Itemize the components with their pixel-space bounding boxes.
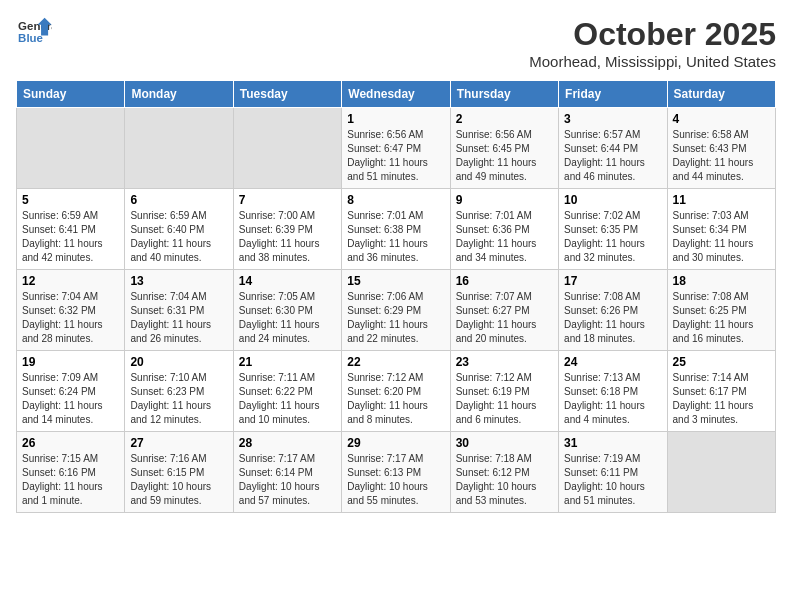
day-info: Sunrise: 7:01 AMSunset: 6:38 PMDaylight:…	[347, 209, 444, 265]
day-number: 3	[564, 112, 661, 126]
day-number: 15	[347, 274, 444, 288]
day-info: Sunrise: 7:09 AMSunset: 6:24 PMDaylight:…	[22, 371, 119, 427]
calendar-day-cell: 29Sunrise: 7:17 AMSunset: 6:13 PMDayligh…	[342, 432, 450, 513]
day-info: Sunrise: 7:14 AMSunset: 6:17 PMDaylight:…	[673, 371, 770, 427]
calendar-day-cell: 9Sunrise: 7:01 AMSunset: 6:36 PMDaylight…	[450, 189, 558, 270]
calendar-day-cell: 31Sunrise: 7:19 AMSunset: 6:11 PMDayligh…	[559, 432, 667, 513]
title-block: October 2025 Moorhead, Mississippi, Unit…	[529, 16, 776, 70]
day-number: 23	[456, 355, 553, 369]
day-info: Sunrise: 7:17 AMSunset: 6:13 PMDaylight:…	[347, 452, 444, 508]
calendar-day-cell: 18Sunrise: 7:08 AMSunset: 6:25 PMDayligh…	[667, 270, 775, 351]
weekday-header: Wednesday	[342, 81, 450, 108]
day-info: Sunrise: 7:03 AMSunset: 6:34 PMDaylight:…	[673, 209, 770, 265]
day-number: 31	[564, 436, 661, 450]
day-number: 20	[130, 355, 227, 369]
calendar-table: SundayMondayTuesdayWednesdayThursdayFrid…	[16, 80, 776, 513]
day-number: 30	[456, 436, 553, 450]
day-number: 9	[456, 193, 553, 207]
calendar-day-cell: 3Sunrise: 6:57 AMSunset: 6:44 PMDaylight…	[559, 108, 667, 189]
day-number: 13	[130, 274, 227, 288]
day-number: 22	[347, 355, 444, 369]
calendar-day-cell: 1Sunrise: 6:56 AMSunset: 6:47 PMDaylight…	[342, 108, 450, 189]
calendar-day-cell: 12Sunrise: 7:04 AMSunset: 6:32 PMDayligh…	[17, 270, 125, 351]
day-info: Sunrise: 7:00 AMSunset: 6:39 PMDaylight:…	[239, 209, 336, 265]
calendar-week-row: 5Sunrise: 6:59 AMSunset: 6:41 PMDaylight…	[17, 189, 776, 270]
calendar-day-cell: 19Sunrise: 7:09 AMSunset: 6:24 PMDayligh…	[17, 351, 125, 432]
day-number: 16	[456, 274, 553, 288]
day-info: Sunrise: 7:07 AMSunset: 6:27 PMDaylight:…	[456, 290, 553, 346]
day-info: Sunrise: 6:59 AMSunset: 6:40 PMDaylight:…	[130, 209, 227, 265]
day-info: Sunrise: 7:12 AMSunset: 6:19 PMDaylight:…	[456, 371, 553, 427]
page-header: General Blue October 2025 Moorhead, Miss…	[16, 16, 776, 70]
day-info: Sunrise: 6:56 AMSunset: 6:45 PMDaylight:…	[456, 128, 553, 184]
calendar-day-cell	[233, 108, 341, 189]
day-number: 4	[673, 112, 770, 126]
day-info: Sunrise: 6:59 AMSunset: 6:41 PMDaylight:…	[22, 209, 119, 265]
location: Moorhead, Mississippi, United States	[529, 53, 776, 70]
calendar-day-cell	[667, 432, 775, 513]
day-info: Sunrise: 7:06 AMSunset: 6:29 PMDaylight:…	[347, 290, 444, 346]
weekday-header: Friday	[559, 81, 667, 108]
day-number: 17	[564, 274, 661, 288]
calendar-day-cell: 22Sunrise: 7:12 AMSunset: 6:20 PMDayligh…	[342, 351, 450, 432]
day-number: 25	[673, 355, 770, 369]
calendar-day-cell: 16Sunrise: 7:07 AMSunset: 6:27 PMDayligh…	[450, 270, 558, 351]
calendar-week-row: 26Sunrise: 7:15 AMSunset: 6:16 PMDayligh…	[17, 432, 776, 513]
day-number: 8	[347, 193, 444, 207]
calendar-day-cell: 14Sunrise: 7:05 AMSunset: 6:30 PMDayligh…	[233, 270, 341, 351]
day-info: Sunrise: 7:02 AMSunset: 6:35 PMDaylight:…	[564, 209, 661, 265]
day-number: 1	[347, 112, 444, 126]
day-info: Sunrise: 7:04 AMSunset: 6:32 PMDaylight:…	[22, 290, 119, 346]
calendar-day-cell: 17Sunrise: 7:08 AMSunset: 6:26 PMDayligh…	[559, 270, 667, 351]
day-number: 14	[239, 274, 336, 288]
calendar-day-cell: 25Sunrise: 7:14 AMSunset: 6:17 PMDayligh…	[667, 351, 775, 432]
calendar-day-cell: 26Sunrise: 7:15 AMSunset: 6:16 PMDayligh…	[17, 432, 125, 513]
calendar-day-cell: 24Sunrise: 7:13 AMSunset: 6:18 PMDayligh…	[559, 351, 667, 432]
day-info: Sunrise: 7:15 AMSunset: 6:16 PMDaylight:…	[22, 452, 119, 508]
day-info: Sunrise: 7:16 AMSunset: 6:15 PMDaylight:…	[130, 452, 227, 508]
calendar-day-cell: 27Sunrise: 7:16 AMSunset: 6:15 PMDayligh…	[125, 432, 233, 513]
day-info: Sunrise: 7:05 AMSunset: 6:30 PMDaylight:…	[239, 290, 336, 346]
day-info: Sunrise: 7:18 AMSunset: 6:12 PMDaylight:…	[456, 452, 553, 508]
calendar-day-cell: 6Sunrise: 6:59 AMSunset: 6:40 PMDaylight…	[125, 189, 233, 270]
svg-text:Blue: Blue	[18, 32, 43, 44]
calendar-day-cell: 2Sunrise: 6:56 AMSunset: 6:45 PMDaylight…	[450, 108, 558, 189]
calendar-day-cell: 11Sunrise: 7:03 AMSunset: 6:34 PMDayligh…	[667, 189, 775, 270]
calendar-day-cell: 20Sunrise: 7:10 AMSunset: 6:23 PMDayligh…	[125, 351, 233, 432]
calendar-week-row: 12Sunrise: 7:04 AMSunset: 6:32 PMDayligh…	[17, 270, 776, 351]
calendar-week-row: 1Sunrise: 6:56 AMSunset: 6:47 PMDaylight…	[17, 108, 776, 189]
day-number: 21	[239, 355, 336, 369]
day-number: 7	[239, 193, 336, 207]
calendar-day-cell: 13Sunrise: 7:04 AMSunset: 6:31 PMDayligh…	[125, 270, 233, 351]
day-number: 27	[130, 436, 227, 450]
day-info: Sunrise: 7:08 AMSunset: 6:26 PMDaylight:…	[564, 290, 661, 346]
calendar-day-cell: 10Sunrise: 7:02 AMSunset: 6:35 PMDayligh…	[559, 189, 667, 270]
logo-icon: General Blue	[16, 16, 52, 46]
day-info: Sunrise: 7:08 AMSunset: 6:25 PMDaylight:…	[673, 290, 770, 346]
day-number: 11	[673, 193, 770, 207]
day-info: Sunrise: 7:13 AMSunset: 6:18 PMDaylight:…	[564, 371, 661, 427]
day-info: Sunrise: 7:17 AMSunset: 6:14 PMDaylight:…	[239, 452, 336, 508]
day-number: 18	[673, 274, 770, 288]
day-info: Sunrise: 7:19 AMSunset: 6:11 PMDaylight:…	[564, 452, 661, 508]
weekday-header: Thursday	[450, 81, 558, 108]
day-number: 10	[564, 193, 661, 207]
day-info: Sunrise: 6:58 AMSunset: 6:43 PMDaylight:…	[673, 128, 770, 184]
day-info: Sunrise: 6:56 AMSunset: 6:47 PMDaylight:…	[347, 128, 444, 184]
day-number: 24	[564, 355, 661, 369]
day-number: 19	[22, 355, 119, 369]
day-info: Sunrise: 6:57 AMSunset: 6:44 PMDaylight:…	[564, 128, 661, 184]
weekday-header: Monday	[125, 81, 233, 108]
calendar-day-cell: 4Sunrise: 6:58 AMSunset: 6:43 PMDaylight…	[667, 108, 775, 189]
day-number: 28	[239, 436, 336, 450]
day-number: 29	[347, 436, 444, 450]
day-info: Sunrise: 7:11 AMSunset: 6:22 PMDaylight:…	[239, 371, 336, 427]
calendar-day-cell: 8Sunrise: 7:01 AMSunset: 6:38 PMDaylight…	[342, 189, 450, 270]
day-info: Sunrise: 7:04 AMSunset: 6:31 PMDaylight:…	[130, 290, 227, 346]
calendar-day-cell: 7Sunrise: 7:00 AMSunset: 6:39 PMDaylight…	[233, 189, 341, 270]
calendar-day-cell: 28Sunrise: 7:17 AMSunset: 6:14 PMDayligh…	[233, 432, 341, 513]
weekday-header: Tuesday	[233, 81, 341, 108]
calendar-day-cell	[17, 108, 125, 189]
day-number: 12	[22, 274, 119, 288]
calendar-day-cell: 5Sunrise: 6:59 AMSunset: 6:41 PMDaylight…	[17, 189, 125, 270]
